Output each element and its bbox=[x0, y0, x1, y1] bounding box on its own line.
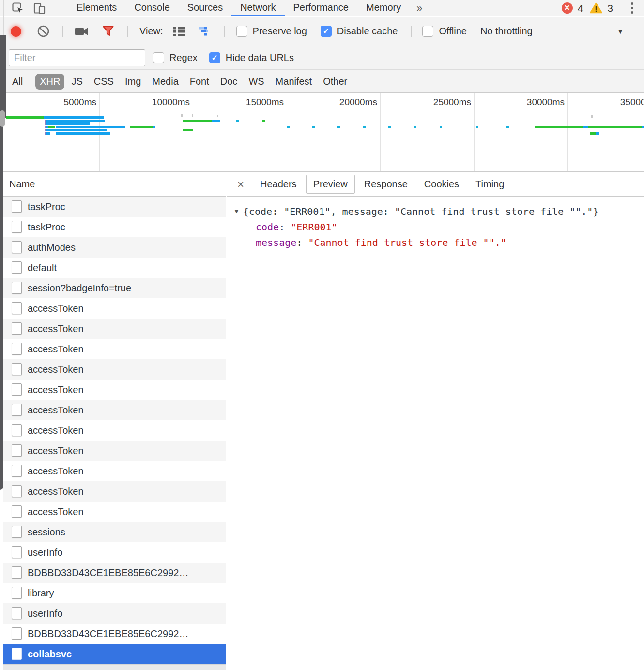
detail-tab-headers[interactable]: Headers bbox=[253, 175, 304, 194]
request-row[interactable]: accessToken bbox=[3, 481, 226, 502]
json-field-line[interactable]: code: "ERR001" bbox=[256, 219, 644, 235]
offline[interactable]: Offline bbox=[422, 26, 466, 37]
request-row[interactable]: sessions bbox=[3, 522, 226, 542]
tab-sources[interactable]: Sources bbox=[179, 0, 231, 16]
request-row[interactable]: library bbox=[3, 583, 226, 603]
timeline-gridline bbox=[287, 93, 287, 171]
preserve-log[interactable]: Preserve log bbox=[236, 26, 307, 37]
resource-icon bbox=[12, 383, 22, 396]
record-button[interactable] bbox=[11, 26, 21, 37]
request-row[interactable]: session?badgeInfo=true bbox=[3, 278, 226, 298]
regex[interactable]: Regex bbox=[153, 52, 198, 63]
request-row[interactable]: accessToken bbox=[3, 339, 226, 359]
more-tabs-icon[interactable]: » bbox=[410, 0, 429, 15]
tab-network[interactable]: Network bbox=[231, 0, 284, 16]
devtools-window: ElementsConsoleSourcesNetworkPerformance… bbox=[0, 0, 644, 670]
timeline-label: 35000ms bbox=[620, 97, 644, 107]
request-row[interactable]: userInfo bbox=[3, 542, 226, 563]
name-column-header[interactable]: Name bbox=[0, 172, 226, 197]
resource-icon bbox=[12, 322, 22, 335]
error-badge-icon[interactable]: ✕ bbox=[562, 2, 573, 14]
offline-checkbox[interactable] bbox=[422, 26, 433, 37]
request-row[interactable]: accessToken bbox=[3, 380, 226, 400]
expand-triangle-icon[interactable]: ▼ bbox=[233, 204, 240, 219]
type-filter-doc[interactable]: Doc bbox=[216, 74, 242, 90]
resource-icon bbox=[12, 343, 22, 355]
waterfall-bar-teal bbox=[337, 126, 340, 128]
hide-data-urls[interactable]: ✓Hide data URLs bbox=[209, 52, 294, 63]
disable-cache[interactable]: ✓Disable cache bbox=[321, 26, 398, 37]
resource-icon bbox=[12, 465, 22, 477]
request-row[interactable]: BDBBD33D43CE1EBE85E6C2992… bbox=[3, 563, 226, 583]
device-toolbar-icon[interactable] bbox=[33, 2, 46, 15]
request-name: accessToken bbox=[28, 339, 84, 359]
clear-button[interactable] bbox=[37, 25, 50, 38]
request-row[interactable]: accessToken bbox=[3, 359, 226, 380]
type-filter-js[interactable]: JS bbox=[67, 74, 87, 90]
tab-memory[interactable]: Memory bbox=[357, 0, 410, 16]
type-filter-other[interactable]: Other bbox=[319, 74, 352, 90]
detail-tab-preview[interactable]: Preview bbox=[306, 175, 355, 194]
request-row[interactable]: accessToken bbox=[3, 461, 226, 481]
resource-icon bbox=[12, 282, 22, 294]
type-filter-all[interactable]: All bbox=[8, 74, 27, 90]
preserve-log-checkbox[interactable] bbox=[236, 26, 247, 37]
request-name: taskProc bbox=[28, 217, 65, 237]
type-filter-xhr[interactable]: XHR bbox=[35, 74, 64, 90]
json-root-line[interactable]: ▼{code: "ERR001", message: "Cannot find … bbox=[233, 204, 644, 219]
type-filter-ws[interactable]: WS bbox=[244, 74, 268, 90]
request-row[interactable]: accessToken bbox=[3, 441, 226, 461]
detail-tab-response[interactable]: Response bbox=[357, 175, 415, 194]
request-row[interactable]: taskProc bbox=[3, 197, 226, 217]
tab-performance[interactable]: Performance bbox=[285, 0, 358, 16]
request-row[interactable]: default bbox=[3, 258, 226, 278]
throttling-select[interactable]: No throttling bbox=[480, 26, 533, 37]
type-filter-media[interactable]: Media bbox=[148, 74, 183, 90]
json-field-line[interactable]: message: "Cannot find trust store file "… bbox=[256, 235, 644, 250]
regex-checkbox[interactable] bbox=[153, 52, 164, 63]
request-row[interactable]: accessToken bbox=[3, 319, 226, 339]
scrollbar-thumb[interactable] bbox=[0, 110, 5, 127]
filter-input[interactable] bbox=[9, 49, 145, 66]
tab-elements[interactable]: Elements bbox=[68, 0, 125, 16]
request-row[interactable]: accessToken bbox=[3, 420, 226, 441]
warning-badge-icon[interactable] bbox=[590, 2, 602, 14]
resource-icon bbox=[12, 302, 22, 314]
request-row[interactable]: taskProc bbox=[3, 217, 226, 237]
request-row[interactable]: authModes bbox=[3, 237, 226, 258]
network-overview-waterfall[interactable]: 5000ms10000ms15000ms20000ms25000ms30000m… bbox=[0, 93, 644, 172]
filter-funnel-icon[interactable] bbox=[102, 25, 115, 38]
hide-data-urls-checkbox[interactable]: ✓ bbox=[209, 52, 220, 63]
waterfall-view-icon[interactable] bbox=[199, 26, 212, 36]
filter-bar: Regex ✓Hide data URLs bbox=[0, 46, 644, 70]
large-rows-view-icon[interactable] bbox=[173, 26, 186, 37]
request-name: accessToken bbox=[28, 461, 84, 481]
waterfall-bar-teal bbox=[476, 126, 478, 128]
type-filter-img[interactable]: Img bbox=[121, 74, 145, 90]
type-filter-css[interactable]: CSS bbox=[90, 74, 118, 90]
waterfall-bar-teal bbox=[440, 126, 442, 128]
request-name: accessToken bbox=[28, 420, 84, 441]
waterfall-bar-blue bbox=[46, 129, 107, 131]
request-row[interactable]: accessToken bbox=[3, 400, 226, 420]
resource-icon bbox=[12, 485, 22, 497]
screenshot-camera-icon[interactable] bbox=[75, 26, 89, 37]
request-row[interactable]: BDBBD33D43CE1EBE85E6C2992… bbox=[3, 624, 226, 644]
close-icon[interactable]: × bbox=[232, 178, 249, 191]
detail-tab-timing[interactable]: Timing bbox=[468, 175, 511, 194]
request-row[interactable]: accessToken bbox=[3, 298, 226, 319]
request-row[interactable]: collabsvc bbox=[3, 644, 226, 664]
disable-cache-checkbox[interactable]: ✓ bbox=[321, 26, 332, 37]
customize-menu-icon[interactable] bbox=[627, 2, 637, 14]
inspect-element-icon[interactable] bbox=[12, 2, 24, 15]
tab-console[interactable]: Console bbox=[125, 0, 178, 16]
request-row[interactable]: userInfo bbox=[3, 603, 226, 624]
detail-tab-cookies[interactable]: Cookies bbox=[417, 175, 466, 194]
type-filter-manifest[interactable]: Manifest bbox=[271, 74, 317, 90]
warning-count: 3 bbox=[607, 2, 613, 14]
request-row[interactable]: accessToken bbox=[3, 502, 226, 522]
request-name: accessToken bbox=[28, 319, 84, 339]
timeline-gridline bbox=[380, 93, 381, 171]
chevron-down-icon[interactable]: ▼ bbox=[617, 28, 624, 35]
type-filter-font[interactable]: Font bbox=[185, 74, 214, 90]
